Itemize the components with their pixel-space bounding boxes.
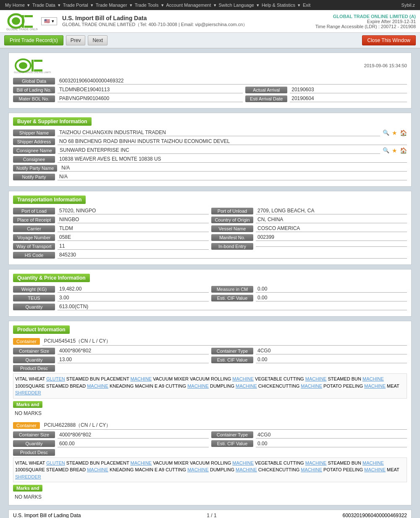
page-title: U.S. Import Bill of Lading Data [62,15,247,21]
transportation-section-label: Transportation Information [13,196,86,204]
container-2-qty-label: Quantity [13,440,55,447]
flag-selector[interactable]: 🇺🇸 ▾ [41,17,57,25]
consignee-star-icon[interactable]: ★ [392,147,397,154]
measure-cm-value: 0.00 [256,285,407,293]
vessel-name-value: COSCO AMERICA [256,225,407,232]
nav-exit[interactable]: Exit [301,3,312,8]
container-1-desc-link-6[interactable]: MACHINE [87,383,108,388]
container-2-size-value: 4000*806*802 [58,431,209,439]
consignee-name-value: SUNWARD ENTERPRISE INC [58,147,380,154]
top-navigation: My Home ▾ Trade Data ▾ Trade Portal ▾ Tr… [0,0,420,10]
container-1-desc-link-9[interactable]: MACHINE [301,383,322,388]
container-1-desc-label-row: Product Desc [13,365,407,372]
svg-rect-9 [32,60,34,71]
print-record-button-top[interactable]: Print Trade Record(s) [4,35,63,45]
container-1-esti-label: Esti. CIF Value [211,357,253,363]
nav-trade-tools[interactable]: Trade Tools [133,3,160,8]
carrier-label: Carrier [13,225,55,232]
container-1-desc-link-10[interactable]: MACHINE [364,383,386,388]
container-1-desc-link-3[interactable]: MACHINE [232,376,254,381]
shipper-search-icon[interactable]: 🔍 [383,130,389,136]
nav-switch-language[interactable]: Switch Language [217,3,256,8]
container-2-desc-link-3[interactable]: MACHINE [232,460,254,465]
container-2-desc-link-6[interactable]: MACHINE [87,467,108,472]
shipper-address-row: Shipper Address NO 68 BINCHENG ROAD BINH… [13,138,407,145]
container-1-row: Container PCIU4545415（CN / L / CY） [13,337,407,346]
container-1: Container PCIU4545415（CN / L / CY） Conta… [13,337,407,417]
shipper-star-icon[interactable]: ★ [392,130,397,136]
quantity-value: 613.00(CTN) [58,303,407,310]
notify-party-name-row: Notify Party Name N/A [13,164,407,172]
gtol-label: GLOBAL TRADE ONLINE LIMITED (A) [315,14,416,19]
notify-party-name-value: N/A [60,164,407,172]
container-2-desc-link-5[interactable]: MACHINE [362,460,384,465]
esti-arrival-label: Esti Arrival Date [245,95,287,102]
consignee-home-icon[interactable]: 🏠 [400,147,407,154]
notify-party-name-label: Notify Party Name [13,165,57,172]
container-2-size-label: Container Size [13,431,55,438]
notify-party-row: Notify Party N/A [13,173,407,180]
way-of-transport-value: 11 [58,243,209,250]
container-2-qty-row: Quantity 600.00 Esti. CIF Value 0.00 [13,440,407,447]
shipper-home-icon[interactable]: 🏠 [400,130,407,136]
country-of-origin-value: CN, CHINA [256,216,407,223]
bol-no-label: Bill of Lading No. [13,87,55,93]
container-1-desc-link-1[interactable]: GLUTEN [46,376,65,381]
country-of-origin-label: Country of Origin [211,217,253,223]
header-subtitle: GLOBAL TRADE ONLINE LIMITED（Tel: 400-710… [62,21,247,28]
container-2-marks-value: NO MARKS [13,493,407,501]
container-2-esti-value: 0.00 [256,440,407,447]
svg-point-8 [19,62,27,69]
container-2-desc-link-10[interactable]: MACHINE [364,467,386,472]
container-2-desc-link-11[interactable]: SHREDDER [15,474,41,479]
action-bar-top: Print Trade Record(s) Prev Next Close Th… [0,33,420,48]
container-1-desc-link-2[interactable]: MACHINE [130,376,152,381]
container-2-desc-link-2[interactable]: MACHINE [130,460,152,465]
consignee-label: Consignee [13,156,55,163]
container-1-desc-link-11[interactable]: SHREDDER [15,390,41,395]
weight-value: 19,482.00 [58,285,209,293]
container-1-marks-label: Marks and [13,401,42,408]
nav-help-statistics[interactable]: Help & Statistics [260,3,297,8]
consignee-search-icon[interactable]: 🔍 [383,147,389,153]
ldr-label: Time Range Accessible (LDR) : 200712 - 2… [315,24,416,29]
prev-button-top[interactable]: Prev [66,35,86,45]
container-1-desc-link-7[interactable]: MACHINE [187,383,209,388]
container-1-desc-link-8[interactable]: MACHINE [236,383,257,388]
logo-area: GLOBAL TRADE ONLINE LIMITED 🇺🇸 ▾ [4,12,57,31]
bol-no-value: TLDMNBOE19040113 [58,86,243,93]
nav-my-home[interactable]: My Home [3,3,26,8]
esti-cif-value: 0.00 [256,294,407,301]
hs-code-value: 845230 [58,251,407,259]
expire-label: Expire After 2019-12-31 [315,19,416,24]
shipper-name-value: TAIZHOU CHUANGXIN INDUSTRIAL TRADEN [58,129,380,136]
quantity-price-section-label: Quantity & Price Information [13,274,90,282]
nav-account-management[interactable]: Account Management [165,3,213,8]
container-1-desc-link-4[interactable]: MACHINE [305,376,327,381]
close-button-top[interactable]: Close This Window [362,35,416,45]
teus-row: TEUS 3.00 Esti. CIF Value 0.00 [13,294,407,301]
nav-trade-manager[interactable]: Trade Manager [94,3,129,8]
svg-rect-10 [34,60,42,62]
buyer-supplier-card: Buyer & Supplier Information Shipper Nam… [8,113,412,187]
container-2-desc-link-7[interactable]: MACHINE [187,467,209,472]
nav-trade-portal[interactable]: Trade Portal [61,3,90,8]
next-button-top[interactable]: Next [88,35,108,45]
header-right-info: GLOBAL TRADE ONLINE LIMITED (A) Expire A… [315,14,416,29]
container-2-qty-value: 600.00 [58,440,209,447]
container-2-desc-link-4[interactable]: MACHINE [305,460,327,465]
container-1-desc-link-5[interactable]: MACHINE [362,376,384,381]
notify-party-value: N/A [58,173,407,180]
container-2-value: PCIU4622888（CN / L / CY） [42,421,407,430]
nav-trade-data[interactable]: Trade Data [31,3,57,8]
container-1-size-row: Container Size 4000*806*802 Container Ty… [13,347,407,354]
container-2-desc-link-9[interactable]: MACHINE [301,467,322,472]
bottom-page-info: 1 / 1 [207,513,216,518]
container-1-desc-label: Product Desc [13,365,55,372]
place-of-receipt-label: Place of Receipt [13,217,55,223]
record-timestamp: 2019-09-06 15:34:50 [364,63,407,68]
product-card: Product Information Container PCIU454541… [8,321,412,505]
header-bar: GLOBAL TRADE ONLINE LIMITED 🇺🇸 ▾ U.S. Im… [0,10,420,33]
container-2-desc-link-1[interactable]: GLUTEN [46,460,65,465]
container-2-desc-link-8[interactable]: MACHINE [236,467,257,472]
